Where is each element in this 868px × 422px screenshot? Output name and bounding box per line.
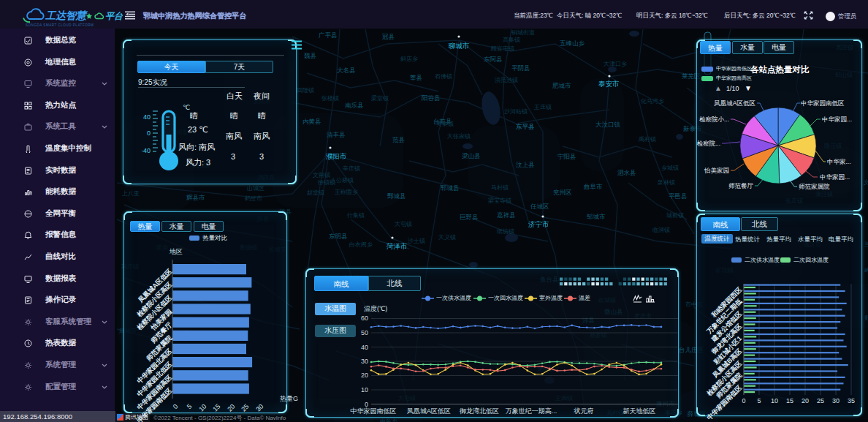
svg-text:张楼镇: 张楼镇: [321, 95, 339, 102]
svg-text:邹城市: 邹城市: [586, 213, 606, 220]
svg-text:泗水县: 泗水县: [617, 169, 636, 176]
svg-text:范县: 范县: [392, 136, 406, 143]
svg-text:东明县: 东明县: [329, 233, 348, 240]
svg-text:郯城县: 郯城县: [864, 314, 868, 321]
svg-text:南乐县: 南乐县: [345, 102, 364, 109]
svg-text:℃: ℃: [183, 104, 190, 111]
svg-text:铜城街道: 铜城街道: [511, 29, 535, 36]
svg-text:巨野县: 巨野县: [460, 214, 479, 221]
svg-text:泉林镇: 泉林镇: [657, 179, 675, 186]
svg-text:宁阳县: 宁阳县: [557, 153, 576, 160]
svg-text:济宁市: 济宁市: [528, 220, 549, 228]
svg-text:沙土镇: 沙土镇: [408, 238, 425, 244]
svg-text:黄集镇: 黄集镇: [436, 121, 454, 127]
svg-text:平台: 平台: [105, 11, 123, 21]
svg-text:内黄县: 内黄县: [302, 118, 321, 125]
svg-text:五峰山乡: 五峰山乡: [560, 39, 585, 47]
svg-text:中牟乡: 中牟乡: [380, 418, 397, 422]
svg-text:汶上县: 汶上县: [516, 161, 535, 168]
svg-text:鄄城县: 鄄城县: [387, 192, 406, 200]
svg-text:石佛镇: 石佛镇: [435, 73, 452, 80]
svg-text:平邑县: 平邑县: [669, 192, 688, 200]
svg-text:乡城镇: 乡城镇: [661, 165, 679, 171]
svg-text:城前镇: 城前镇: [666, 212, 684, 219]
svg-text:魏县: 魏县: [304, 52, 317, 59]
svg-text:回隆镇: 回隆镇: [297, 87, 314, 94]
svg-text:什集镇: 什集镇: [346, 212, 365, 219]
svg-text:沙河站镇: 沙河站镇: [504, 108, 528, 115]
svg-text:大津口乡: 大津口乡: [604, 61, 627, 67]
svg-text:东平县: 东平县: [516, 123, 535, 130]
svg-text:辛庄镇: 辛庄镇: [343, 165, 360, 172]
svg-text:郓城县: 郓城县: [441, 184, 460, 192]
svg-text:马村镇: 马村镇: [491, 184, 509, 191]
svg-text:嘉祥县: 嘉祥县: [497, 211, 516, 219]
svg-text:大张家镇: 大张家镇: [447, 133, 471, 140]
svg-text:文: 文: [864, 179, 868, 186]
svg-text:清丰县: 清丰县: [327, 131, 346, 138]
svg-text:王称固乡: 王称固乡: [334, 189, 358, 195]
svg-text:文留镇: 文留镇: [313, 172, 330, 178]
svg-text:高集镇: 高集镇: [503, 37, 520, 43]
svg-text:大名县: 大名县: [337, 67, 356, 74]
svg-text:大汶口镇: 大汶口镇: [595, 121, 621, 128]
svg-text:梁山县: 梁山县: [462, 152, 481, 159]
svg-text:广平县: 广平县: [319, 31, 338, 39]
svg-text:莘县: 莘县: [410, 74, 423, 81]
svg-text:顾官屯镇: 顾官屯镇: [490, 45, 514, 52]
svg-text:兖州区: 兖州区: [553, 189, 572, 196]
svg-text:肥城市: 肥城市: [552, 82, 571, 89]
svg-text:梁宝寺镇: 梁宝寺镇: [488, 197, 511, 204]
svg-text:任城区: 任城区: [530, 203, 549, 210]
svg-text:阳谷县: 阳谷县: [422, 94, 441, 102]
svg-text:上八里: 上八里: [121, 190, 140, 197]
svg-text:平阴县: 平阴县: [511, 64, 530, 72]
svg-text:禹村镇: 禹村镇: [639, 136, 656, 143]
svg-text:东阿县: 东阿县: [484, 56, 503, 63]
svg-text:曲阜市: 曲阜市: [584, 183, 603, 190]
svg-text:临涧镇: 临涧镇: [652, 227, 670, 233]
svg-text:工达智慧: 工达智慧: [45, 10, 88, 21]
svg-text:山城区: 山城区: [247, 185, 264, 192]
svg-text:化马湾乡: 化马湾乡: [640, 98, 664, 105]
svg-text:纸坊镇: 纸坊镇: [497, 228, 514, 235]
svg-text:鹤壁市: 鹤壁市: [245, 195, 262, 202]
svg-text:-40: -40: [142, 147, 151, 154]
svg-text:王庄镇: 王庄镇: [533, 104, 552, 110]
svg-text:聊城市: 聊城市: [448, 42, 470, 50]
svg-text:赵堂镇: 赵堂镇: [307, 189, 324, 196]
svg-text:40: 40: [143, 113, 151, 121]
svg-text:辉县市: 辉县市: [186, 194, 205, 201]
svg-text:白衣阁乡: 白衣阁乡: [349, 241, 373, 248]
svg-text:兰陵: 兰陵: [864, 241, 868, 248]
svg-text:大屯镇: 大屯镇: [395, 221, 412, 227]
svg-text:洪范池镇: 洪范池镇: [495, 77, 518, 83]
svg-text:八公桥镇: 八公桥镇: [330, 177, 354, 184]
svg-text:冠县: 冠县: [382, 33, 395, 40]
svg-text:菏泽市: 菏泽市: [386, 242, 408, 250]
svg-text:濮阳市: 濮阳市: [326, 152, 347, 160]
svg-text:SONGDA SMART CLOUD PLATFORM: SONGDA SMART CLOUD PLATFORM: [26, 23, 94, 27]
svg-text:峄城区: 峄城区: [864, 267, 868, 274]
svg-text:0: 0: [147, 129, 151, 137]
svg-text:梁堂镇: 梁堂镇: [371, 94, 389, 102]
svg-text:斜店乡: 斜店乡: [400, 56, 418, 62]
svg-text:泰安市: 泰安市: [598, 80, 620, 88]
svg-text:大义镇: 大义镇: [438, 234, 456, 241]
